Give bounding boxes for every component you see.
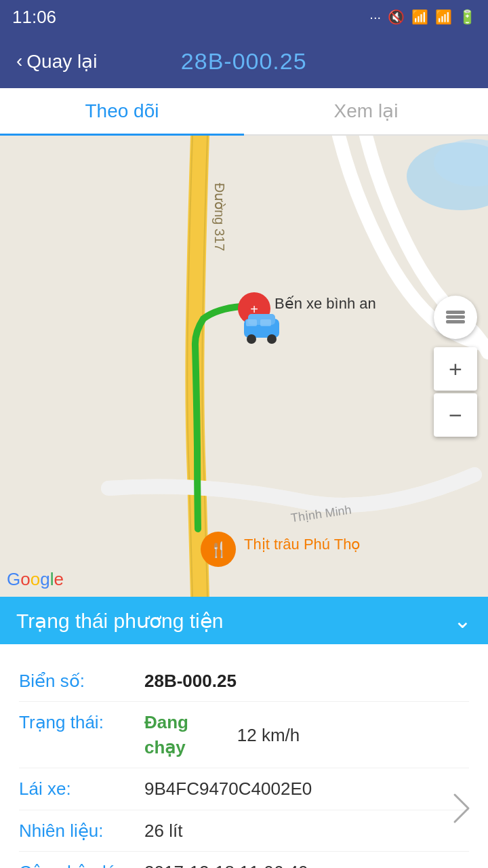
driver-row: Lái xe: 9B4FC9470C4002E0 xyxy=(19,768,469,810)
nav-bar: ‹ Quay lại 28B-000.25 xyxy=(0,34,488,88)
time-display: 11:06 xyxy=(12,7,56,28)
layers-button[interactable] xyxy=(434,296,477,339)
plate-row: Biển số: 28B-000.25 xyxy=(19,660,469,702)
map-svg: Đường 317 Thịnh Minh + Bến xe bình an 🍴 … xyxy=(0,136,488,597)
fuel-value: 26 lít xyxy=(144,818,469,843)
map-controls: + − xyxy=(434,296,477,437)
update-label: Cập nhập lúc: xyxy=(19,860,144,868)
map-view[interactable]: Đường 317 Thịnh Minh + Bến xe bình an 🍴 … xyxy=(0,136,488,597)
svg-text:Đường 317: Đường 317 xyxy=(212,183,227,252)
update-value: 2017-12-18 11:06:40 xyxy=(144,860,469,868)
wifi-icon: 📶 xyxy=(411,9,428,25)
svg-text:Bến xe bình an: Bến xe bình an xyxy=(274,295,376,312)
speed-value: 12 km/h xyxy=(237,723,314,747)
signal-icon: 📶 xyxy=(435,9,452,25)
driver-label: Lái xe: xyxy=(19,776,144,801)
back-button[interactable]: ‹ Quay lại xyxy=(16,50,97,73)
vehicle-status-header[interactable]: Trạng thái phương tiện ⌄ xyxy=(0,597,488,644)
svg-rect-12 xyxy=(246,319,257,326)
status-speed: Đang chạy 12 km/h xyxy=(144,710,314,760)
svg-text:Thịt trâu Phú Thọ: Thịt trâu Phú Thọ xyxy=(244,536,360,553)
zoom-in-button[interactable]: + xyxy=(434,347,477,391)
status-label: Trạng thái: xyxy=(19,710,144,734)
signal-dots-icon: ··· xyxy=(369,9,381,25)
update-row: Cập nhập lúc: 2017-12-18 11:06:40 xyxy=(19,852,469,868)
driver-value: 9B4FC9470C4002E0 xyxy=(144,776,469,801)
svg-rect-19 xyxy=(446,311,465,314)
plate-label: Biển số: xyxy=(19,669,144,693)
svg-rect-0 xyxy=(0,136,488,597)
fuel-row: Nhiên liệu: 26 lít xyxy=(19,810,469,852)
chevron-down-icon: ⌄ xyxy=(453,608,472,633)
svg-rect-18 xyxy=(446,315,465,319)
svg-rect-17 xyxy=(446,320,465,323)
back-chevron-icon: ‹ xyxy=(16,50,22,72)
fuel-label: Nhiên liệu: xyxy=(19,818,144,843)
zoom-out-button[interactable]: − xyxy=(434,393,477,437)
status-bar: 11:06 ··· 🔇 📶 📶 🔋 xyxy=(0,0,488,34)
status-row: Trạng thái: Đang chạy 12 km/h xyxy=(19,702,469,768)
google-logo: Google xyxy=(7,569,64,590)
vehicle-status-title: Trạng thái phương tiện xyxy=(16,609,223,633)
svg-point-11 xyxy=(267,334,277,344)
svg-point-10 xyxy=(247,334,256,344)
tab-theo-doi[interactable]: Theo dõi xyxy=(0,88,244,136)
page-title: 28B-000.25 xyxy=(181,48,307,75)
tab-xem-lai[interactable]: Xem lại xyxy=(244,88,488,136)
status-icons: ··· 🔇 📶 📶 🔋 xyxy=(369,9,476,25)
tab-bar: Theo dõi Xem lại xyxy=(0,88,488,136)
plate-value: 28B-000.25 xyxy=(144,669,469,693)
expand-arrow xyxy=(451,788,472,831)
mute-icon: 🔇 xyxy=(388,9,405,25)
vehicle-info-wrapper: Biển số: 28B-000.25 Trạng thái: Đang chạ… xyxy=(0,644,488,868)
back-label: Quay lại xyxy=(26,50,97,73)
svg-rect-13 xyxy=(260,319,271,326)
status-value: Đang chạy xyxy=(144,710,221,760)
battery-icon: 🔋 xyxy=(459,9,476,25)
vehicle-info: Biển số: 28B-000.25 Trạng thái: Đang chạ… xyxy=(0,644,488,868)
svg-text:🍴: 🍴 xyxy=(209,540,228,559)
